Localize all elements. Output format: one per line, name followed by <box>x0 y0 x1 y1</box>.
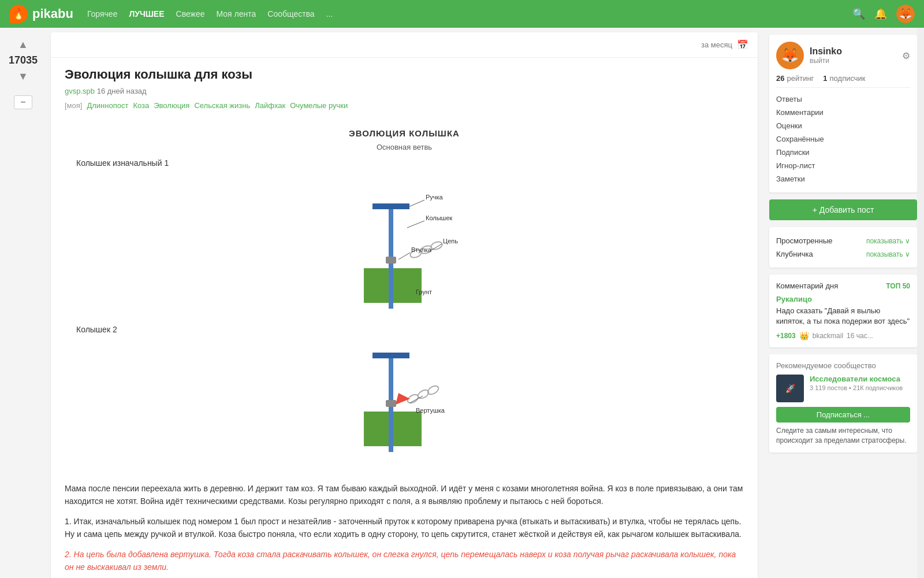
tag-dlinnpost[interactable]: Длиннопост <box>87 101 128 110</box>
vote-up-button[interactable]: ▲ <box>18 39 28 50</box>
subscribers-num: 1 <box>823 74 827 83</box>
tag-koza[interactable]: Коза <box>133 101 149 110</box>
viewed-row: Просмотренные показывать ∨ <box>776 234 910 247</box>
comment-meta: +1803 👑 bkackmail 16 час... <box>776 331 910 340</box>
svg-rect-2 <box>372 203 409 209</box>
menu-subscriptions[interactable]: Подписки <box>776 146 910 159</box>
rating-label: рейтинг <box>787 74 814 83</box>
nav-item-more[interactable]: ... <box>326 9 333 18</box>
comment-of-day: Комментарий дня ТОП 50 Рукалицо Надо ска… <box>769 275 917 347</box>
viewed-section: Просмотренные показывать ∨ Клубничка пок… <box>769 227 917 268</box>
klybnichnka-row: Клубничка показывать ∨ <box>776 247 910 261</box>
header-right: 🔍 🔔 🦊 <box>852 5 915 23</box>
article-meta: gvsp.spb 16 дней назад <box>65 87 744 95</box>
right-sidebar: 🦊 Insinko выйти ⚙ 26 рейтинг 1 подписчик <box>762 28 924 578</box>
top50-link[interactable]: ТОП 50 <box>886 282 910 290</box>
kolishek1-label: Колышек изначальный 1 <box>76 158 744 168</box>
svg-text:Цепь: Цепь <box>443 238 458 244</box>
user-avatar: 🦊 <box>776 42 804 69</box>
article: Эволюция колышка для козы gvsp.spb 16 дн… <box>51 58 758 578</box>
search-icon[interactable]: 🔍 <box>852 8 865 20</box>
nav-item-my-feed[interactable]: Моя лента <box>217 9 256 18</box>
viewed-show[interactable]: показывать ∨ <box>866 237 910 245</box>
user-card: 🦊 Insinko выйти ⚙ 26 рейтинг 1 подписчик <box>769 35 917 192</box>
menu-comments[interactable]: Комментарии <box>776 106 910 119</box>
comment-text: Надо сказать "Давай я вылью кипяток, а т… <box>776 306 910 327</box>
article-text-1: Мама после пенсии переехала жить в дерев… <box>65 482 744 508</box>
logout-link[interactable]: выйти <box>810 57 842 65</box>
subscribe-button[interactable]: Подписаться ... <box>776 407 910 423</box>
community-name[interactable]: Исследователи космоса <box>810 375 903 383</box>
stat-subscribers: 1 подписчик <box>823 74 865 83</box>
tag-hands[interactable]: Очумелые ручки <box>290 101 348 110</box>
svg-marker-23 <box>396 393 410 405</box>
svg-line-13 <box>398 253 410 260</box>
klybnichnka-show[interactable]: показывать ∨ <box>866 250 910 258</box>
bell-icon[interactable]: 🔔 <box>874 8 887 20</box>
svg-rect-3 <box>386 257 396 264</box>
klybnichnka-label: Клубничка <box>776 250 813 258</box>
user-avatar-header[interactable]: 🦊 <box>896 5 915 23</box>
rating-num: 26 <box>776 74 784 83</box>
community-card: 🚀 Исследователи космоса 3 119 постов • 2… <box>776 375 910 402</box>
menu-saved[interactable]: Сохранённые <box>776 132 910 146</box>
user-menu: Ответы Комментарии Оценки Сохранённые По… <box>776 87 910 186</box>
logo-icon: 🔥 <box>9 5 28 23</box>
logo[interactable]: 🔥 pikabu <box>9 5 73 23</box>
svg-text:Колышек: Колышек <box>426 214 453 221</box>
nav: Горячее ЛУЧШЕЕ Свежее Моя лента Сообщест… <box>87 9 333 18</box>
nav-item-hot[interactable]: Горячее <box>87 9 118 18</box>
diagram-title: ЭВОЛЮЦИЯ КОЛЫШКА <box>65 128 744 138</box>
community-posts: 3 119 постов <box>810 384 847 391</box>
user-stats: 26 рейтинг 1 подписчик <box>776 74 910 83</box>
calendar-icon[interactable]: 📅 <box>737 39 748 50</box>
author-link[interactable]: gvsp.spb <box>65 87 95 95</box>
diagram-area: ЭВОЛЮЦИЯ КОЛЫШКА Основная ветвь Колышек … <box>65 119 744 473</box>
period-label: за месяц <box>701 40 732 49</box>
nav-item-fresh[interactable]: Свежее <box>176 9 205 18</box>
menu-ratings[interactable]: Оценки <box>776 119 910 132</box>
svg-rect-19 <box>386 400 396 407</box>
diagram1-svg-wrap: Ручка Колышек Цепь Втулка Грунт <box>65 170 744 320</box>
logo-text: pikabu <box>32 6 73 21</box>
diagram2-svg-wrap: Вертушка <box>65 336 744 464</box>
comment-score: +1803 <box>776 332 796 340</box>
community-info: Исследователи космоса 3 119 постов • 21К… <box>810 375 903 391</box>
svg-line-7 <box>407 200 424 208</box>
article-title: Эволюция колышка для козы <box>65 67 744 82</box>
menu-ignore[interactable]: Игнор-лист <box>776 159 910 172</box>
article-tags: [моя] Длиннопост Коза Эволюция Сельская … <box>65 101 744 110</box>
community-desc: Следите за самым интересным, что происхо… <box>776 426 910 446</box>
vote-down-button[interactable]: ▼ <box>18 71 28 81</box>
tag-rural[interactable]: Сельская жизнь <box>194 101 250 110</box>
article-text-3: 2. На цепь была добавлена вертушка. Тогд… <box>65 548 744 574</box>
nav-item-communities[interactable]: Сообщества <box>267 9 314 18</box>
subscribers-label: подписчик <box>830 74 866 83</box>
user-info: Insinko выйти <box>810 46 842 65</box>
svg-rect-18 <box>372 353 409 358</box>
kolishek2-label: Колышек 2 <box>76 325 744 334</box>
svg-text:Ручка: Ручка <box>426 194 444 201</box>
comment-author2[interactable]: bkackmail <box>813 332 843 340</box>
settings-icon[interactable]: ⚙ <box>902 50 910 61</box>
add-post-button[interactable]: + Добавить пост <box>769 199 917 220</box>
tag-moya[interactable]: [моя] <box>65 101 82 110</box>
minus-button[interactable]: − <box>14 95 32 109</box>
svg-line-9 <box>407 221 424 228</box>
menu-notes[interactable]: Заметки <box>776 172 910 186</box>
viewed-label: Просмотренные <box>776 236 833 245</box>
svg-text:Втулка: Втулка <box>411 246 432 253</box>
vote-count: 17035 <box>9 54 38 66</box>
svg-text:Грунт: Грунт <box>416 288 432 295</box>
commenter-name[interactable]: Рукалицо <box>776 295 910 303</box>
nav-item-best[interactable]: ЛУЧШЕЕ <box>129 9 164 18</box>
header: 🔥 pikabu Горячее ЛУЧШЕЕ Свежее Моя лента… <box>0 0 924 28</box>
menu-answers[interactable]: Ответы <box>776 92 910 106</box>
tag-lifehack[interactable]: Лайфхак <box>255 101 285 110</box>
tag-evolution[interactable]: Эволюция <box>154 101 189 110</box>
page-wrap: ▲ 17035 ▼ − за месяц 📅 Эволюция колышка … <box>0 28 924 578</box>
crown-icon: 👑 <box>799 331 809 340</box>
scrollbar[interactable] <box>917 28 924 578</box>
article-date: 16 дней назад <box>97 87 147 95</box>
community-thumb: 🚀 <box>776 375 804 402</box>
